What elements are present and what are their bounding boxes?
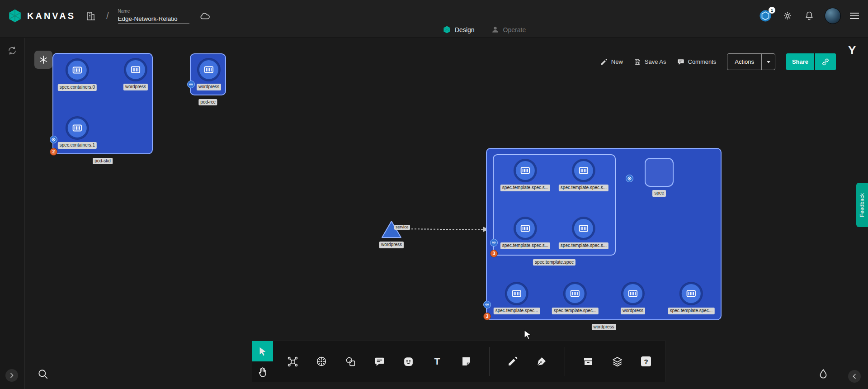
design-name-label: Name — [118, 9, 189, 14]
select-tool[interactable] — [252, 341, 273, 361]
container-node-circle[interactable] — [66, 59, 88, 81]
error-count-badge[interactable]: 3 — [483, 313, 491, 320]
node-wordpress-1: wordpress — [123, 59, 148, 90]
comments-button[interactable]: Comments — [677, 58, 717, 66]
container-node-circle[interactable] — [198, 59, 220, 81]
breadcrumb-separator: / — [106, 11, 109, 21]
edge-service-to-wordpress[interactable] — [403, 224, 490, 234]
notification-count-badge: 1 — [769, 7, 775, 14]
drawer-tool[interactable] — [582, 356, 594, 367]
group-pod-rcc[interactable]: wordpress pod-rcc — [190, 53, 226, 95]
kanvas-app: KANVAS / Name 1 D — [0, 0, 868, 389]
actions-dropdown-button[interactable] — [761, 54, 775, 70]
container-node-circle[interactable] — [514, 160, 536, 181]
text-tool[interactable]: T — [431, 356, 443, 367]
canvas-actions-toolbar: New Save As Comments Actions Share — [600, 53, 836, 70]
group-wordpress[interactable]: spec.template.spec.s... spec.template.sp… — [486, 148, 722, 320]
tab-operate[interactable]: Operate — [489, 23, 528, 37]
pencil-icon — [600, 58, 608, 66]
new-button[interactable]: New — [600, 58, 623, 66]
layers-tool[interactable] — [611, 356, 623, 367]
k8s-badge[interactable] — [490, 239, 498, 247]
help-tool[interactable]: ? — [640, 356, 652, 367]
note-tool[interactable] — [460, 356, 472, 367]
caret-down-icon — [765, 58, 772, 66]
container-node-circle[interactable] — [514, 218, 536, 239]
organization-icon[interactable] — [85, 9, 97, 22]
tab-design[interactable]: Design — [441, 23, 476, 37]
user-avatar[interactable] — [825, 8, 841, 24]
node-label: spec.template.spec.s... — [559, 185, 609, 191]
save-as-button[interactable]: Save As — [634, 58, 666, 66]
notifications-bell-icon[interactable] — [803, 9, 816, 22]
k8s-badge[interactable] — [50, 136, 57, 143]
node-bottom-2: wordpress — [621, 283, 645, 314]
node-label: spec.template.spec... — [494, 308, 540, 314]
pencil-draw-tool[interactable] — [507, 356, 519, 367]
sticker-tool[interactable] — [402, 356, 414, 367]
node-spec-template-3: spec.template.spec.s... — [559, 218, 609, 249]
shapes-tool[interactable] — [344, 356, 356, 367]
container-node-circle[interactable] — [66, 117, 88, 139]
node-spec-template-1: spec.template.spec.s... — [559, 160, 609, 191]
node-bottom-3: spec.template.spec... — [668, 283, 715, 314]
design-name-input[interactable] — [118, 14, 189, 24]
dock-separator — [489, 347, 490, 376]
mode-tabs: Design Operate — [441, 23, 528, 37]
container-node-circle[interactable] — [573, 160, 594, 181]
k8s-badge[interactable] — [483, 301, 491, 308]
share-button[interactable]: Share — [786, 53, 814, 70]
design-tab-icon — [443, 25, 451, 34]
group-pod-skd[interactable]: spec.containers.0 wordpress spec.contain… — [52, 53, 153, 154]
feedback-tab[interactable]: Feedback — [856, 183, 868, 227]
error-count-badge[interactable]: 2 — [50, 148, 57, 156]
container-node-circle[interactable] — [622, 283, 644, 304]
zoom-search-button[interactable] — [36, 367, 50, 381]
node-label: wordpress — [197, 84, 221, 90]
design-name-field: Name — [118, 9, 189, 24]
node-label: spec.template.spec.s... — [500, 242, 550, 249]
canvas-widget-button[interactable] — [34, 51, 52, 69]
group-spec-template-spec[interactable]: spec.template.spec.s... spec.template.sp… — [493, 154, 616, 256]
cloud-sync-icon[interactable] — [198, 9, 211, 22]
settings-gear-icon[interactable] — [781, 9, 794, 22]
operate-tab-icon — [491, 25, 500, 34]
collapse-right-panel-button[interactable] — [848, 370, 861, 383]
k8s-badge[interactable] — [626, 175, 633, 182]
container-node-circle[interactable] — [125, 59, 146, 81]
node-label: wordpress — [379, 242, 404, 248]
provider-button[interactable]: 1 — [759, 9, 772, 23]
pan-hand-tool[interactable] — [252, 361, 273, 382]
node-label: spec.containers.0 — [58, 84, 97, 91]
node-spec: spec — [645, 158, 674, 197]
group-label: pod-rcc — [198, 99, 217, 106]
hamburger-menu-icon[interactable] — [850, 13, 859, 19]
node-label: spec.template.spec... — [668, 308, 715, 314]
container-node-circle[interactable] — [564, 283, 586, 304]
left-rail — [0, 38, 25, 389]
link-icon — [821, 57, 830, 66]
container-node-circle[interactable] — [680, 283, 702, 304]
comment-icon — [677, 58, 684, 66]
node-bottom-1: spec.template.spec... — [552, 283, 599, 314]
copy-link-button[interactable] — [815, 53, 836, 70]
node-label: wordpress — [123, 84, 148, 90]
kubernetes-tool[interactable] — [316, 356, 327, 367]
actions-button[interactable]: Actions — [727, 54, 761, 70]
error-count-badge[interactable]: 3 — [490, 250, 498, 257]
sync-refresh-icon[interactable] — [6, 44, 19, 57]
node-spec-template-0: spec.template.spec.s... — [500, 160, 550, 191]
spec-node-square[interactable] — [645, 158, 674, 187]
container-node-circle[interactable] — [506, 283, 528, 304]
save-icon — [634, 58, 641, 66]
container-node-circle[interactable] — [573, 218, 594, 239]
tool-dock: T ? — [252, 341, 666, 382]
comment-tool[interactable] — [373, 356, 385, 367]
ink-drop-button[interactable] — [816, 367, 830, 381]
expand-left-panel-button[interactable] — [5, 369, 18, 382]
pen-annotate-tool[interactable] — [536, 356, 547, 367]
kanvas-logo[interactable]: KANVAS — [7, 8, 75, 24]
k8s-badge[interactable] — [187, 81, 195, 88]
node-spec-containers-0: spec.containers.0 — [58, 59, 97, 91]
flowchart-tool[interactable] — [287, 356, 298, 367]
